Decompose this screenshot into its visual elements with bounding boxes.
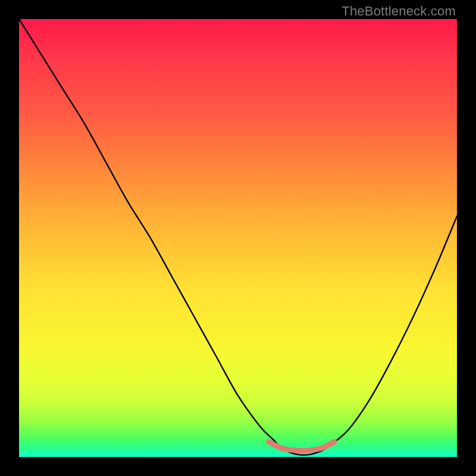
main-curve	[19, 19, 457, 455]
watermark-text: TheBottleneck.com	[342, 4, 456, 19]
plot-area	[19, 19, 457, 457]
accent-bottom	[269, 441, 334, 450]
chart-frame: TheBottleneck.com	[0, 0, 476, 476]
curve-layer	[19, 19, 457, 457]
